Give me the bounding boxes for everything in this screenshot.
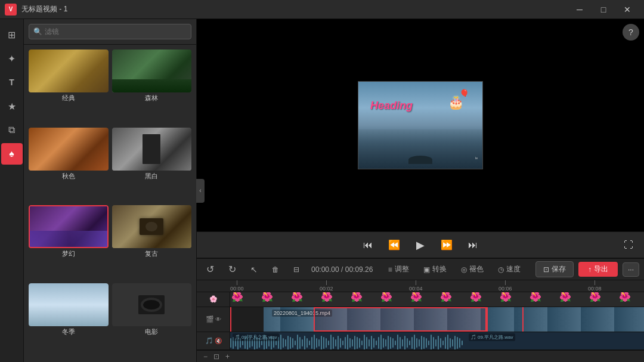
svg-rect-70	[397, 335, 398, 349]
filter-grid: 经典 森林 秋色	[24, 45, 196, 362]
svg-rect-43	[333, 337, 334, 349]
filter-label-vintage: 复古	[112, 249, 192, 259]
svg-rect-92	[450, 338, 451, 348]
sidebar-item-text[interactable]: T	[1, 72, 23, 93]
sidebar-item-media[interactable]: ⊞	[1, 24, 23, 45]
minimize-button[interactable]: ─	[568, 0, 592, 19]
panel-collapse-button[interactable]: ‹	[196, 179, 205, 203]
filter-search-container: 🔍	[24, 19, 196, 45]
save-button[interactable]: ⊡ 保存	[535, 261, 574, 277]
audio-filename-2: 🎵 09.平凡之路.wav	[469, 333, 515, 341]
undo-button[interactable]: ↺	[202, 261, 219, 277]
sticker-track-label: 🌸	[197, 292, 230, 307]
filter-item-autumn[interactable]: 秋色	[29, 128, 109, 202]
svg-rect-76	[411, 337, 413, 349]
svg-rect-67	[390, 337, 391, 349]
play-button[interactable]: ▶	[412, 237, 429, 253]
speed-label: 速度	[506, 264, 521, 274]
zoom-out-button[interactable]: −	[202, 351, 209, 362]
filter-search-input[interactable]	[29, 24, 191, 39]
audio-waveform-svg	[230, 332, 644, 349]
sticker-track-content[interactable]: 🌺 🌺 🌺 🌺 🌺 🌺 🌺 🌺 🌺 🌺 🌺	[230, 292, 644, 307]
svg-rect-39	[323, 337, 324, 349]
svg-rect-37	[318, 339, 320, 346]
transition-button[interactable]: ▣ 转换	[419, 262, 451, 277]
svg-rect-31	[304, 336, 305, 349]
filter-item-winter[interactable]: 冬季	[29, 283, 109, 358]
svg-rect-19	[275, 341, 277, 345]
filter-label-bw: 黑白	[112, 172, 192, 182]
color-icon: ◎	[461, 265, 467, 274]
close-button[interactable]: ✕	[615, 0, 639, 19]
svg-rect-69	[395, 341, 396, 345]
svg-rect-13	[261, 341, 262, 345]
svg-rect-23	[285, 339, 286, 346]
filter-item-classic[interactable]: 经典	[29, 49, 109, 124]
export-label: 导出	[594, 264, 608, 274]
adjust-button[interactable]: ≡ 调整	[383, 262, 414, 277]
svg-rect-40	[326, 338, 327, 348]
svg-rect-87	[438, 336, 439, 349]
svg-rect-44	[335, 339, 336, 346]
ruler-mark-0: 00:00	[230, 280, 244, 292]
audio-filename-1: 🎵 09.平凡之路.wav	[233, 333, 279, 341]
maximize-button[interactable]: □	[592, 0, 615, 19]
audio-track-content[interactable]: 🎵 09.平凡之路.wav 🎵 09.平凡之路.wav	[230, 332, 644, 349]
svg-rect-64	[383, 338, 384, 348]
ruler-mark-4: 00:08	[588, 280, 602, 292]
video-track-label: 🎬 👁	[197, 307, 230, 332]
export-button[interactable]: ↑ 导出	[578, 262, 618, 277]
split-button[interactable]: ⊟	[289, 263, 304, 276]
svg-rect-96	[459, 338, 460, 348]
speed-button[interactable]: ◷ 速度	[493, 262, 525, 277]
svg-rect-25	[290, 337, 291, 349]
help-button[interactable]: ?	[623, 24, 639, 41]
svg-rect-45	[338, 336, 339, 349]
zoom-in-button[interactable]: +	[224, 351, 231, 362]
sidebar-item-transitions[interactable]: ⧉	[1, 119, 23, 141]
svg-rect-74	[407, 338, 408, 348]
skip-forward-button[interactable]: ⏭	[465, 237, 481, 253]
svg-rect-56	[364, 335, 365, 349]
filter-item-cinema[interactable]: 电影	[112, 283, 192, 358]
color-button[interactable]: ◎ 褪色	[456, 262, 488, 277]
svg-rect-71	[400, 337, 401, 349]
redo-button[interactable]: ↻	[224, 261, 241, 277]
svg-rect-60	[373, 338, 374, 348]
sidebar-item-effects[interactable]: ✦	[1, 48, 23, 69]
filter-thumb-vintage	[112, 205, 192, 248]
video-track-content[interactable]: 20220801_194015.mp4	[230, 307, 644, 332]
svg-rect-63	[380, 335, 382, 349]
preview-cake-decoration: 🎂 🎈	[441, 88, 470, 117]
controls-center: ⏮ ⏪ ▶ ⏩ ⏭	[360, 237, 481, 253]
svg-rect-30	[302, 339, 303, 346]
filter-thumb-classic	[29, 49, 109, 92]
filter-item-dream[interactable]: 梦幻	[29, 205, 109, 280]
fullscreen-button[interactable]: ⛶	[620, 237, 637, 253]
filter-item-forest[interactable]: 森林	[112, 49, 192, 124]
skip-back-button[interactable]: ⏮	[360, 237, 376, 253]
sidebar-item-sticker[interactable]: ★	[1, 95, 23, 117]
more-options-button[interactable]: ···	[623, 262, 639, 277]
filter-item-vintage[interactable]: 复古	[112, 205, 192, 280]
rewind-button[interactable]: ⏪	[386, 237, 402, 253]
filter-label-winter: 冬季	[29, 327, 109, 338]
svg-rect-95	[457, 337, 458, 349]
svg-rect-57	[366, 337, 367, 349]
svg-rect-82	[426, 338, 427, 348]
svg-rect-97	[462, 341, 463, 345]
cursor-button[interactable]: ↖	[246, 262, 262, 277]
delete-button[interactable]: 🗑	[267, 263, 284, 276]
export-icon: ↑	[588, 265, 592, 274]
save-label: 保存	[552, 264, 566, 274]
filter-thumb-forest	[112, 49, 192, 92]
svg-rect-73	[404, 336, 405, 349]
search-icon-wrap: 🔍	[29, 24, 191, 39]
ruler-mark-3: 00:06	[499, 280, 512, 292]
svg-rect-22	[283, 338, 284, 348]
svg-rect-80	[421, 336, 422, 349]
zoom-reset-button[interactable]: ⊡	[212, 351, 221, 362]
fast-forward-button[interactable]: ⏩	[438, 237, 455, 253]
sidebar-item-filters[interactable]: ♠	[1, 143, 23, 165]
filter-item-bw[interactable]: 黑白	[112, 128, 192, 202]
